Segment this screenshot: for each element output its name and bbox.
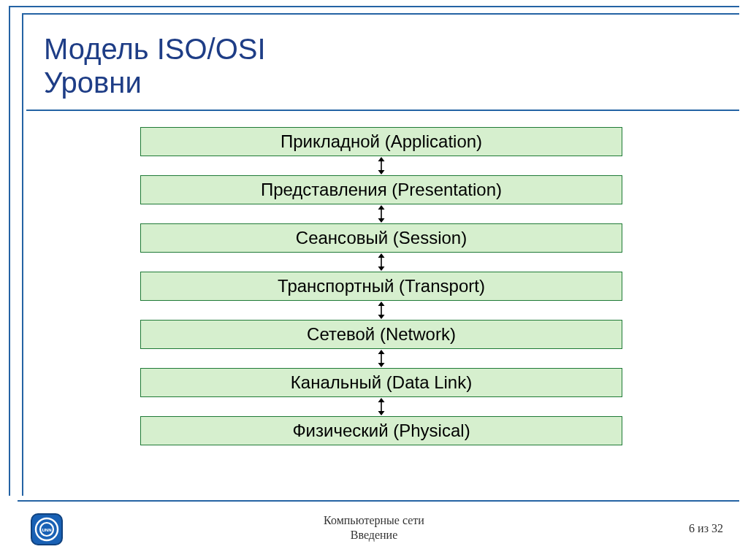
svg-marker-13 <box>378 350 385 354</box>
svg-marker-17 <box>378 411 385 415</box>
osi-layers: Прикладной (Application) Представления (… <box>23 127 739 445</box>
double-arrow-icon <box>376 349 386 368</box>
outer-border-left <box>9 6 10 496</box>
svg-marker-1 <box>378 157 385 161</box>
layer-label: Сеансовый (Session) <box>296 228 467 248</box>
svg-marker-2 <box>378 170 385 174</box>
outer-border-top <box>9 6 739 7</box>
svg-marker-16 <box>378 398 385 402</box>
svg-marker-10 <box>378 302 385 306</box>
layer-application: Прикладной (Application) <box>140 127 622 156</box>
layer-label: Транспортный (Transport) <box>278 276 485 296</box>
layer-label: Прикладной (Application) <box>280 131 482 152</box>
layer-datalink: Канальный (Data Link) <box>140 368 622 397</box>
svg-marker-8 <box>378 266 385 271</box>
layer-physical: Физический (Physical) <box>140 416 622 445</box>
layer-label: Физический (Physical) <box>292 421 470 441</box>
layer-label: Канальный (Data Link) <box>291 372 472 393</box>
layer-presentation: Представления (Presentation) <box>140 175 622 204</box>
double-arrow-icon <box>376 397 386 416</box>
layer-label: Представления (Presentation) <box>261 180 502 200</box>
footer-line-2: Введение <box>0 528 748 542</box>
footer: UNN Компьютерные сети Введение 6 из 32 <box>0 507 748 547</box>
double-arrow-icon <box>376 204 386 223</box>
slide: Модель ISO/OSI Уровни Прикладной (Applic… <box>0 0 748 560</box>
title-line-1: Модель ISO/OSI <box>44 32 719 66</box>
page-number: 6 из 32 <box>689 522 723 535</box>
content-frame: Модель ISO/OSI Уровни Прикладной (Applic… <box>22 13 739 496</box>
layer-session: Сеансовый (Session) <box>140 223 622 253</box>
footer-line-1: Компьютерные сети <box>0 513 748 528</box>
svg-marker-5 <box>378 218 385 223</box>
svg-marker-7 <box>378 253 385 258</box>
double-arrow-icon <box>376 253 386 272</box>
double-arrow-icon <box>376 301 386 320</box>
title-divider <box>26 110 739 111</box>
layer-transport: Транспортный (Transport) <box>140 272 622 301</box>
layer-label: Сетевой (Network) <box>307 324 456 345</box>
title-line-2: Уровни <box>44 66 719 99</box>
svg-marker-4 <box>378 205 385 210</box>
layer-network: Сетевой (Network) <box>140 320 622 349</box>
bottom-divider <box>18 500 739 502</box>
svg-marker-11 <box>378 315 385 319</box>
double-arrow-icon <box>376 156 386 175</box>
svg-marker-14 <box>378 363 385 367</box>
footer-text: Компьютерные сети Введение <box>0 513 748 542</box>
slide-title: Модель ISO/OSI Уровни <box>23 15 739 110</box>
